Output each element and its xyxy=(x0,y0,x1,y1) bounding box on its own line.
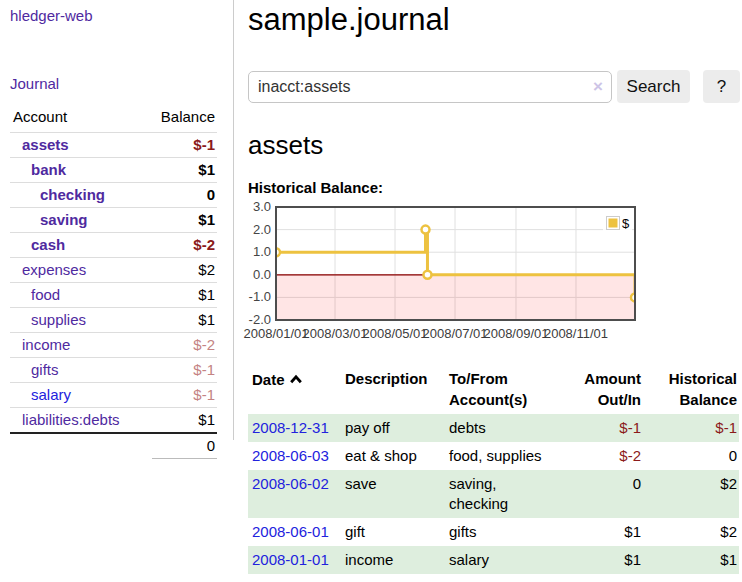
transaction-row: 2008-06-02savesaving, checking0$2 xyxy=(248,470,739,518)
transaction-description: income xyxy=(345,546,449,574)
account-balance: $-1 xyxy=(152,358,217,383)
transaction-description: pay off xyxy=(345,414,449,442)
transaction-balance: $1 xyxy=(643,546,739,574)
account-balance: $1 xyxy=(152,208,217,233)
transaction-description: eat & shop xyxy=(345,442,449,470)
sidebar-item-journal[interactable]: Journal xyxy=(10,75,233,92)
account-link[interactable]: saving xyxy=(40,211,88,228)
app-brand-link[interactable]: hledger-web xyxy=(10,7,233,24)
register-header-accounts: To/From Account(s) xyxy=(449,365,560,414)
account-row: income$-2 xyxy=(10,333,217,358)
transaction-description: gift xyxy=(345,518,449,546)
y-axis-tick-label: 3.0 xyxy=(248,199,271,214)
transaction-amount: $1 xyxy=(560,546,643,574)
account-balance: $-2 xyxy=(152,333,217,358)
account-row: liabilities:debts$1 xyxy=(10,408,217,434)
transaction-amount: $1 xyxy=(560,518,643,546)
account-row: salary$-1 xyxy=(10,383,217,408)
y-axis-tick-label: -1.0 xyxy=(248,289,271,304)
account-row: saving$1 xyxy=(10,208,217,233)
account-row: expenses$2 xyxy=(10,258,217,283)
x-axis-tick-label: 2008/03/01 xyxy=(302,326,367,341)
account-balance: $1 xyxy=(152,308,217,333)
y-axis-tick-label: 0.0 xyxy=(248,267,271,282)
transaction-date-link[interactable]: 2008-06-02 xyxy=(252,475,329,492)
account-link[interactable]: cash xyxy=(31,236,65,253)
account-balance: $2 xyxy=(152,258,217,283)
account-link[interactable]: supplies xyxy=(31,311,86,328)
register-header-description: Description xyxy=(345,365,449,414)
search-button[interactable]: Search xyxy=(617,70,690,103)
account-row: supplies$1 xyxy=(10,308,217,333)
accounts-total-row: 0 xyxy=(10,433,217,459)
page-title: sample.journal xyxy=(248,2,740,38)
sort-ascending-icon xyxy=(289,368,303,389)
account-link[interactable]: assets xyxy=(22,136,69,153)
transaction-row: 2008-06-01giftgifts$1$2 xyxy=(248,518,739,546)
account-balance: $1 xyxy=(152,408,217,434)
main-content: sample.journal × Search ? assets Histori… xyxy=(248,0,740,574)
account-row: checking0 xyxy=(10,183,217,208)
x-axis-tick-label: 2008/09/01 xyxy=(483,326,548,341)
transaction-amount: 0 xyxy=(560,470,643,518)
search-form: × Search ? xyxy=(248,70,740,103)
accounts-table: Account Balance assets$-1bank$1checking0… xyxy=(10,106,217,459)
account-balance: $1 xyxy=(152,158,217,183)
transaction-date-link[interactable]: 2008-06-03 xyxy=(252,447,329,464)
account-row: assets$-1 xyxy=(10,133,217,158)
chart-legend: $ xyxy=(603,214,632,234)
sidebar: hledger-web Journal Account Balance asse… xyxy=(0,0,234,440)
account-link[interactable]: food xyxy=(31,286,60,303)
x-axis-tick-label: 2008/01/01 xyxy=(243,326,308,341)
account-link[interactable]: salary xyxy=(31,386,71,403)
register-header-date[interactable]: Date xyxy=(248,365,345,414)
chart-title: Historical Balance: xyxy=(248,178,740,197)
historical-balance-chart: $ 3.02.01.00.0-1.0-2.02008/01/012008/03/… xyxy=(248,203,740,343)
account-link[interactable]: liabilities:debts xyxy=(22,411,120,428)
search-input[interactable] xyxy=(248,71,612,103)
transaction-accounts: debts xyxy=(449,414,560,442)
transaction-balance: $2 xyxy=(643,518,739,546)
transaction-accounts: saving, checking xyxy=(449,470,560,518)
account-link[interactable]: bank xyxy=(31,161,66,178)
transaction-amount: $-1 xyxy=(560,414,643,442)
transaction-balance: $-1 xyxy=(643,414,739,442)
transaction-accounts: salary xyxy=(449,546,560,574)
account-balance: $-1 xyxy=(152,383,217,408)
account-link[interactable]: gifts xyxy=(31,361,59,378)
register-table-body: 2008-12-31pay offdebts$-1$-12008-06-03ea… xyxy=(248,414,739,574)
register-header-balance: Historical Balance xyxy=(643,365,739,414)
transaction-date-link[interactable]: 2008-01-01 xyxy=(252,551,329,568)
account-row: food$1 xyxy=(10,283,217,308)
svg-text:$: $ xyxy=(622,216,630,231)
transaction-date-link[interactable]: 2008-06-01 xyxy=(252,523,329,540)
help-button[interactable]: ? xyxy=(703,70,740,103)
y-axis-tick-label: 2.0 xyxy=(248,222,271,237)
transaction-date-link[interactable]: 2008-12-31 xyxy=(252,419,329,436)
account-link[interactable]: expenses xyxy=(22,261,86,278)
clear-search-icon[interactable]: × xyxy=(593,77,603,96)
transaction-row: 2008-06-03eat & shopfood, supplies$-20 xyxy=(248,442,739,470)
accounts-column-header: Account xyxy=(10,106,152,133)
x-axis-tick-label: 2008/07/01 xyxy=(422,326,487,341)
transaction-description: save xyxy=(345,470,449,518)
account-heading: assets xyxy=(248,131,740,160)
account-row: bank$1 xyxy=(10,158,217,183)
account-balance: 0 xyxy=(152,183,217,208)
transaction-row: 2008-01-01incomesalary$1$1 xyxy=(248,546,739,574)
transaction-row: 2008-12-31pay offdebts$-1$-1 xyxy=(248,414,739,442)
y-axis-tick-label: -2.0 xyxy=(248,312,271,327)
accounts-total-value: 0 xyxy=(152,433,217,459)
balance-column-header: Balance xyxy=(152,106,217,133)
accounts-table-body: assets$-1bank$1checking0saving$1cash$-2e… xyxy=(10,133,217,459)
x-axis-tick-label: 2008/11/01 xyxy=(544,326,608,341)
x-axis-tick-label: 2008/05/01 xyxy=(362,326,427,341)
account-link[interactable]: checking xyxy=(40,186,105,203)
transaction-accounts: food, supplies xyxy=(449,442,560,470)
account-balance: $1 xyxy=(152,283,217,308)
chart-plot-area: $ xyxy=(275,206,636,324)
account-row: cash$-2 xyxy=(10,233,217,258)
account-balance: $-2 xyxy=(152,233,217,258)
transaction-balance: 0 xyxy=(643,442,739,470)
account-link[interactable]: income xyxy=(22,336,70,353)
